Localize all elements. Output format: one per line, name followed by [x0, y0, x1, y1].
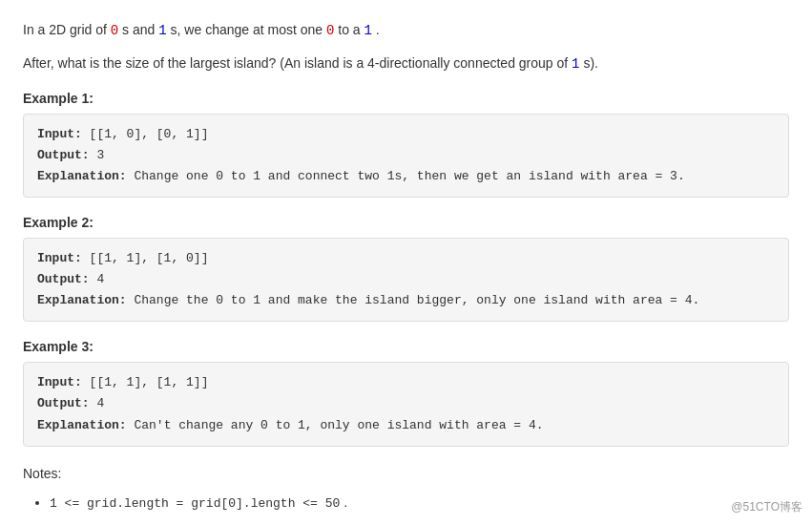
example-1-explanation-text: Change one 0 to 1 and connect two 1s, th…: [134, 169, 684, 183]
example-3-input-row: Input: [[1, 1], [1, 1]]: [37, 372, 775, 393]
example-2-input-label: Input:: [37, 251, 90, 265]
notes-list: 1 <= grid.length = grid[0].length <= 50 …: [23, 491, 789, 525]
example-2-explanation-row: Explanation: Change the 0 to 1 and make …: [37, 290, 775, 311]
example-3-title: Example 3:: [23, 339, 789, 354]
notes-item-1: 1 <= grid.length = grid[0].length <= 50 …: [50, 491, 789, 514]
example-2-input-row: Input: [[1, 1], [1, 0]]: [37, 248, 775, 269]
intro-paragraph: In a 2D grid of 0 s and 1 s, we change a…: [23, 19, 789, 41]
example-1-explanation-row: Explanation: Change one 0 to 1 and conne…: [37, 166, 775, 187]
example-1-input-value: [[1, 0], [0, 1]]: [90, 127, 209, 141]
example-2-title: Example 2:: [23, 215, 789, 230]
one-code-2: 1: [364, 23, 372, 38]
one-code-1: 1: [158, 23, 166, 38]
example-2-output-label: Output:: [37, 272, 96, 286]
example-1-input-row: Input: [[1, 0], [0, 1]]: [37, 124, 775, 145]
example-3-input-label: Input:: [37, 375, 90, 389]
example-2-output-value: 4: [96, 272, 104, 286]
notes-item-2: 0 <= grid[i][j] <= 1 .: [50, 518, 789, 525]
notes-item-1-suffix: .: [340, 494, 347, 510]
zero-code-1: 0: [111, 23, 118, 38]
example-2-explanation-text: Change the 0 to 1 and make the island bi…: [134, 293, 699, 307]
example-3-explanation-text: Can't change any 0 to 1, only one island…: [134, 418, 543, 432]
example-3-input-value: [[1, 1], [1, 1]]: [90, 375, 209, 389]
example-1-explanation-label: Explanation:: [37, 169, 134, 183]
example-2-output-row: Output: 4: [37, 269, 775, 290]
example-1-title: Example 1:: [23, 91, 789, 106]
zero-code-2: 0: [326, 23, 334, 38]
example-3-output-value: 4: [96, 396, 104, 410]
example-1-output-label: Output:: [37, 148, 96, 162]
example-2-explanation-label: Explanation:: [37, 293, 134, 307]
notes-title: Notes:: [23, 466, 789, 481]
example-1-output-row: Output: 3: [37, 145, 775, 166]
one-code-3: 1: [572, 56, 579, 72]
example-3-output-row: Output: 4: [37, 393, 775, 414]
example-2-block: Input: [[1, 1], [1, 0]] Output: 4 Explan…: [23, 238, 789, 322]
example-2-section: Example 2: Input: [[1, 1], [1, 0]] Outpu…: [23, 215, 789, 322]
watermark: @51CTO博客: [731, 499, 802, 515]
example-3-output-label: Output:: [37, 396, 96, 410]
after-paragraph: After, what is the size of the largest i…: [23, 52, 789, 74]
example-3-block: Input: [[1, 1], [1, 1]] Output: 4 Explan…: [23, 362, 789, 446]
example-3-explanation-label: Explanation:: [37, 418, 134, 432]
example-3-explanation-row: Explanation: Can't change any 0 to 1, on…: [37, 415, 775, 436]
notes-item-1-code: 1 <= grid.length = grid[0].length <= 50: [50, 496, 340, 511]
example-1-section: Example 1: Input: [[1, 0], [0, 1]] Outpu…: [23, 91, 789, 198]
example-3-section: Example 3: Input: [[1, 1], [1, 1]] Outpu…: [23, 339, 789, 446]
example-1-input-label: Input:: [37, 127, 90, 141]
example-1-block: Input: [[1, 0], [0, 1]] Output: 3 Explan…: [23, 114, 789, 198]
notes-section: Notes: 1 <= grid.length = grid[0].length…: [23, 466, 789, 525]
example-1-output-value: 3: [96, 148, 104, 162]
example-2-input-value: [[1, 1], [1, 0]]: [90, 251, 209, 265]
